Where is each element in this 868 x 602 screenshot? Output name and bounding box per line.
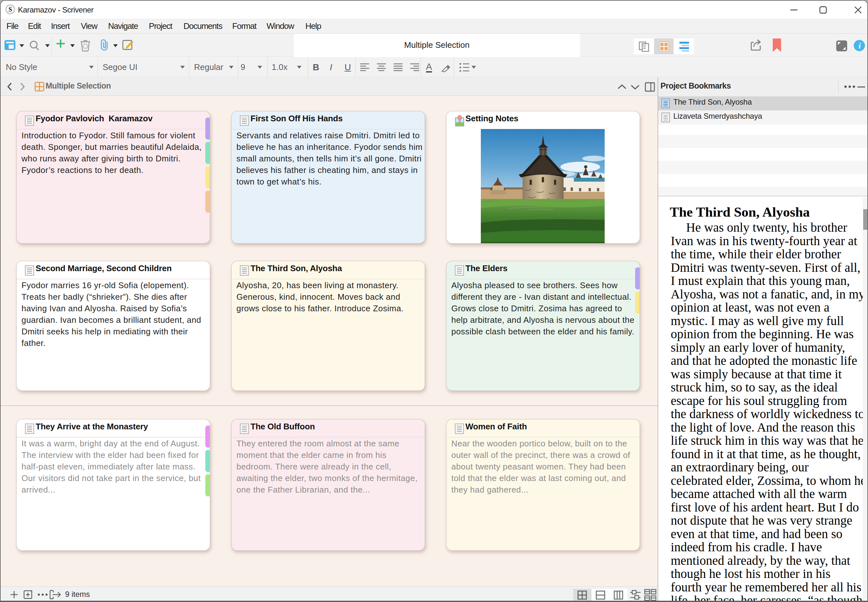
svg-text:S: S xyxy=(8,6,12,13)
svg-text:i: i xyxy=(858,41,861,51)
